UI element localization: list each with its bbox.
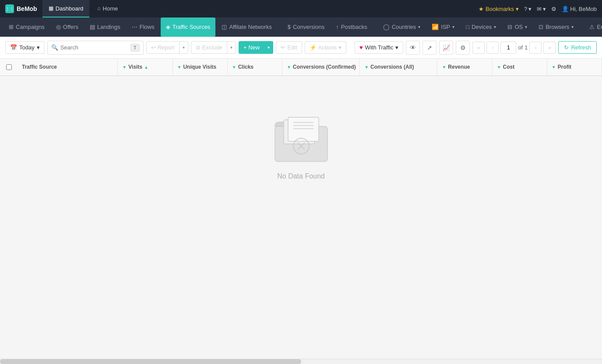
date-label: Today <box>19 44 35 51</box>
star-icon: ★ <box>479 6 484 12</box>
browsers-icon: ⊡ <box>539 24 543 30</box>
logo[interactable]: ⋮⋮ BeMob <box>5 4 37 13</box>
bookmarks-button[interactable]: ★ Bookmarks ▾ <box>479 6 519 12</box>
chart-button[interactable]: 📈 <box>439 41 453 55</box>
inbox-chevron-icon: ▾ <box>543 6 546 12</box>
search-icon: 🔍 <box>51 44 58 51</box>
th-unique-visits[interactable]: ▼ Unique Visits <box>173 59 228 75</box>
th-traffic-source[interactable]: Traffic Source <box>18 59 118 75</box>
help-button[interactable]: ? ▾ <box>524 6 532 12</box>
actions-chevron-icon: ▾ <box>338 44 341 51</box>
edit-label: Edit <box>287 44 297 51</box>
report-button[interactable]: ↩ Report <box>146 41 180 54</box>
th-profit[interactable]: ▼ Profit <box>547 59 602 75</box>
new-button[interactable]: + New <box>239 41 264 54</box>
exclude-dropdown-button[interactable]: ▾ <box>227 41 236 54</box>
nav-tab-dashboard-label: Dashboard <box>56 5 84 12</box>
share-button[interactable]: ↗ <box>422 41 437 55</box>
devices-label: Devices <box>472 24 492 30</box>
clicks-filter-icon: ▼ <box>232 65 236 70</box>
isp-label: ISP <box>441 24 450 30</box>
sidebar-item-os[interactable]: ⊟ OS ▾ <box>502 18 532 37</box>
sidebar-item-campaigns[interactable]: ⊞ Campaigns <box>4 18 50 37</box>
next-page-button[interactable]: › <box>529 42 542 54</box>
nav-tab-home[interactable]: ⌂ Home <box>91 0 124 18</box>
inbox-button[interactable]: ✉ ▾ <box>537 6 546 12</box>
sidebar-item-devices[interactable]: □ Devices ▾ <box>461 18 501 37</box>
refresh-icon: ↻ <box>564 44 569 51</box>
preview-button[interactable]: 👁 <box>406 41 420 55</box>
column-settings-button[interactable]: ⚙ <box>456 41 470 55</box>
th-cost[interactable]: ▼ Cost <box>493 59 547 75</box>
visits-sort-icon: ▲ <box>144 65 148 70</box>
chart-icon: 📈 <box>443 44 450 51</box>
devices-chevron-icon: ▾ <box>494 24 496 29</box>
table-header: Traffic Source ▼ Visits ▲ ▼ Unique Visit… <box>0 59 602 76</box>
revenue-filter-icon: ▼ <box>442 65 446 70</box>
search-type-badge[interactable]: T <box>130 44 140 52</box>
sidebar-item-affiliate-networks[interactable]: ◫ Affilate Networks <box>216 18 277 37</box>
sidebar-item-postbacks[interactable]: ↑ Postbacks <box>331 18 372 37</box>
sidebar-item-countries[interactable]: ◯ Countries ▾ <box>378 18 426 37</box>
th-visits-label: Visits <box>128 64 142 70</box>
th-conversions-confirmed-label: Conversions (Confirmed) <box>293 64 356 70</box>
os-chevron-icon: ▾ <box>525 24 527 29</box>
refresh-button[interactable]: ↻ Refresh <box>558 41 597 54</box>
prev-page-button[interactable]: ‹ <box>486 42 499 54</box>
landings-icon: ▤ <box>90 24 95 30</box>
th-revenue[interactable]: ▼ Revenue <box>437 59 492 75</box>
th-visits[interactable]: ▼ Visits ▲ <box>118 59 173 75</box>
actions-icon: ⚡ <box>310 44 317 51</box>
first-page-button[interactable]: « <box>472 42 485 54</box>
page-number-input[interactable] <box>500 42 516 54</box>
exclude-button[interactable]: ⊘ Exclude <box>191 41 227 54</box>
th-clicks[interactable]: ▼ Clicks <box>228 59 282 75</box>
search-input[interactable] <box>60 44 130 51</box>
home-icon: ⌂ <box>97 5 100 11</box>
refresh-label: Refresh <box>571 44 591 51</box>
with-traffic-button[interactable]: ♥ With Traffic ▾ <box>355 41 404 54</box>
sidebar-item-isp[interactable]: 📶 ISP ▾ <box>426 18 460 37</box>
user-menu[interactable]: 👤 Hi, BeMob <box>562 6 597 12</box>
sidebar-item-errors[interactable]: ⚠ Errors <box>584 18 602 37</box>
with-traffic-label: With Traffic <box>365 44 394 51</box>
new-label: + New <box>243 44 260 51</box>
edit-icon: ✏ <box>281 44 285 51</box>
visits-filter-icon: ▼ <box>122 65 127 70</box>
sec-nav: ⊞ Campaigns ◎ Offers ▤ Landings ⋯ Flows … <box>0 18 602 37</box>
postbacks-icon: ↑ <box>336 24 339 30</box>
select-all-checkbox[interactable] <box>0 64 18 70</box>
new-dropdown-button[interactable]: ▾ <box>264 41 273 54</box>
conv-confirmed-filter-icon: ▼ <box>287 65 291 70</box>
help-chevron-icon: ▾ <box>528 6 532 12</box>
sidebar-item-offers[interactable]: ◎ Offers <box>51 18 84 37</box>
sidebar-item-traffic-sources[interactable]: ◈ Traffic Sources <box>161 18 216 37</box>
th-conversions-confirmed[interactable]: ▼ Conversions (Confirmed) <box>282 59 360 75</box>
select-all-input[interactable] <box>6 64 12 70</box>
no-data-text: No Data Found <box>277 172 325 180</box>
date-picker-button[interactable]: 📅 Today ▾ <box>5 41 45 54</box>
settings-button[interactable]: ⚙ <box>551 6 556 12</box>
th-profit-label: Profit <box>558 64 571 70</box>
actions-button[interactable]: ⚡ Actions ▾ <box>305 41 347 54</box>
exclude-split-button: ⊘ Exclude ▾ <box>191 41 236 54</box>
sidebar-item-conversions[interactable]: $ Conversions <box>282 18 330 37</box>
exclude-icon: ⊘ <box>196 44 201 51</box>
edit-button[interactable]: ✏ Edit <box>276 41 302 54</box>
last-page-button[interactable]: » <box>543 42 556 54</box>
no-data-folder-icon <box>271 111 332 164</box>
sidebar-item-flows[interactable]: ⋯ Flows <box>127 18 160 37</box>
toolbar: 📅 Today ▾ 🔍 T ↩ Report ▾ ⊘ Exclude ▾ + N… <box>0 37 602 59</box>
column-settings-icon: ⚙ <box>460 44 466 51</box>
nav-tab-dashboard[interactable]: ▦ Dashboard <box>42 0 90 18</box>
toolbar-right: ♥ With Traffic ▾ 👁 ↗ 📈 ⚙ « ‹ of 1 › » ↻ … <box>355 41 597 55</box>
sidebar-item-browsers[interactable]: ⊡ Browsers ▾ <box>533 18 579 37</box>
th-conversions-all[interactable]: ▼ Conversions (All) <box>360 59 437 75</box>
report-dropdown-button[interactable]: ▾ <box>180 41 188 54</box>
th-revenue-label: Revenue <box>448 64 470 70</box>
th-cost-label: Cost <box>503 64 515 70</box>
errors-label: Errors <box>597 24 602 30</box>
search-box[interactable]: 🔍 T <box>47 41 144 55</box>
sidebar-item-landings[interactable]: ▤ Landings <box>84 18 126 37</box>
conv-all-filter-icon: ▼ <box>364 65 369 70</box>
